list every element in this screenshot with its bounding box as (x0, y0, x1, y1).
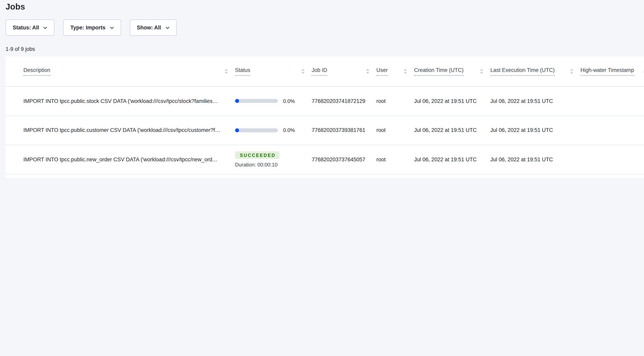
type-filter-dropdown[interactable]: Type: Imports (63, 20, 121, 36)
sort-control[interactable] (570, 69, 573, 74)
progress-percent: 0.0% (283, 98, 295, 104)
sort-control[interactable] (404, 69, 407, 74)
column-header-high-water-timestamp[interactable]: High-water Timestamp (580, 57, 644, 86)
column-header-job-id[interactable]: Job ID (312, 57, 376, 86)
progress-bar-fill (235, 128, 239, 132)
progress-bar (235, 99, 278, 103)
job-id-cell: 776820203739381761 (312, 127, 376, 133)
job-description-link[interactable]: IMPORT INTO tpcc.public.new_order CSV DA… (24, 157, 235, 163)
status-filter-label: Status: All (13, 25, 39, 31)
job-id-cell: 776820203737645057 (312, 157, 376, 163)
table-header-row: Description Status Job ID User Creation … (6, 57, 644, 87)
sort-desc-icon (404, 72, 407, 74)
job-description-link[interactable]: IMPORT INTO tpcc.public.stock CSV DATA (… (24, 98, 235, 104)
job-status-cell: SUCCEEDED Duration: 00:00:10 (235, 151, 312, 168)
progress-percent: 0.0% (283, 127, 295, 133)
sort-control[interactable] (366, 69, 369, 74)
sort-asc-icon (404, 69, 407, 71)
progress-bar-fill (235, 99, 239, 103)
show-filter-label: Show: All (137, 25, 161, 31)
column-header-description[interactable]: Description (24, 57, 235, 86)
sort-asc-icon (225, 69, 228, 71)
progress-bar (235, 128, 278, 132)
job-description-link[interactable]: IMPORT INTO tpcc.public.customer CSV DAT… (24, 127, 235, 133)
column-header-last-execution-time[interactable]: Last Execution Time (UTC) (490, 57, 580, 86)
job-id-cell: 776820203741872129 (312, 98, 376, 104)
filter-bar: Status: All Type: Imports Show: All (6, 20, 176, 36)
sort-control[interactable] (480, 69, 483, 74)
status-filter-dropdown[interactable]: Status: All (6, 20, 54, 36)
table-row: IMPORT INTO tpcc.public.customer CSV DAT… (6, 116, 644, 145)
status-badge-succeeded: SUCCEEDED (235, 151, 280, 159)
jobs-table: Description Status Job ID User Creation … (6, 57, 644, 178)
sort-asc-icon (301, 69, 304, 71)
table-row: IMPORT INTO tpcc.public.new_order CSV DA… (6, 145, 644, 174)
sort-desc-icon (225, 72, 228, 74)
job-status-cell: 0.0% (235, 127, 312, 133)
sort-asc-icon (366, 69, 369, 71)
sort-asc-icon (480, 69, 483, 71)
job-duration: Duration: 00:00:10 (235, 162, 278, 168)
page-title: Jobs (6, 2, 25, 12)
user-cell: root (376, 98, 414, 104)
sort-desc-icon (570, 72, 573, 74)
last-execution-time-cell: Jul 06, 2022 at 19:51 UTC (490, 98, 580, 104)
sort-control[interactable] (225, 69, 228, 74)
creation-time-cell: Jul 06, 2022 at 19:51 UTC (414, 157, 490, 163)
sort-desc-icon (301, 72, 304, 74)
user-cell: root (376, 127, 414, 133)
sort-control[interactable] (301, 69, 304, 74)
column-header-creation-time[interactable]: Creation Time (UTC) (414, 57, 490, 86)
chevron-down-icon (110, 27, 114, 29)
creation-time-cell: Jul 06, 2022 at 19:51 UTC (414, 127, 490, 133)
table-row: IMPORT INTO tpcc.public.history CSV DATA… (6, 174, 644, 178)
table-row: IMPORT INTO tpcc.public.stock CSV DATA (… (6, 87, 644, 116)
results-count: 1-9 of 9 jobs (6, 46, 35, 52)
sort-desc-icon (480, 72, 483, 74)
last-execution-time-cell: Jul 06, 2022 at 19:51 UTC (490, 127, 580, 133)
column-header-user[interactable]: User (376, 57, 414, 86)
last-execution-time-cell: Jul 06, 2022 at 19:51 UTC (490, 157, 580, 163)
show-filter-dropdown[interactable]: Show: All (130, 20, 176, 36)
user-cell: root (376, 157, 414, 163)
chevron-down-icon (165, 27, 169, 29)
chevron-down-icon (44, 27, 48, 29)
type-filter-label: Type: Imports (70, 25, 106, 31)
sort-desc-icon (366, 72, 369, 74)
sort-asc-icon (570, 69, 573, 71)
creation-time-cell: Jul 06, 2022 at 19:51 UTC (414, 98, 490, 104)
jobs-page: Jobs Status: All Type: Imports Show: All… (0, 0, 644, 178)
column-header-status[interactable]: Status (235, 57, 312, 86)
job-status-cell: 0.0% (235, 98, 312, 104)
